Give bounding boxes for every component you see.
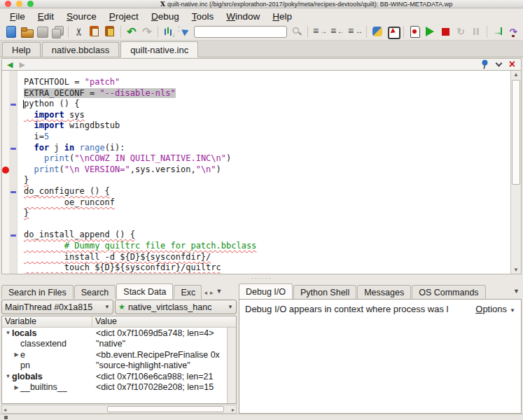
code-line[interactable]: import wingdbstub <box>2 120 510 132</box>
tab-native-bbclass[interactable]: native.bbclass <box>42 42 119 57</box>
close-window-button[interactable] <box>5 1 11 7</box>
pause-icon[interactable] <box>469 24 483 38</box>
column-variable[interactable]: Variable <box>2 316 92 327</box>
code-line[interactable]: oe_runconf <box>2 197 510 209</box>
code-line[interactable]: for j in range(i): <box>2 143 510 154</box>
code-line[interactable] <box>2 219 510 230</box>
minimize-window-button[interactable] <box>16 1 22 7</box>
table-row[interactable]: ▼locals<dict 0x7f1069d5a748; len=4> <box>2 328 227 339</box>
fold-marker-icon[interactable] <box>11 191 16 193</box>
open-file-icon[interactable] <box>20 24 34 38</box>
fold-marker-icon[interactable] <box>11 148 16 150</box>
code-editor[interactable]: PATCHTOOL = "patch"EXTRA_OECONF = "--dis… <box>1 70 522 274</box>
code-line[interactable]: print("\n VERSION=",sys.version,"\n") <box>2 164 510 176</box>
paste-icon[interactable] <box>103 24 117 38</box>
code-line[interactable]: install -d ${D}${sysconfdir}/ <box>2 252 510 263</box>
cut-icon[interactable] <box>72 24 86 38</box>
menu-project[interactable]: Project <box>103 10 145 22</box>
menu-file[interactable]: File <box>4 10 32 22</box>
table-row[interactable]: ▶e<bb.event.RecipePreFinalise 0x <box>2 349 227 360</box>
scroll-up-icon[interactable]: ▲ <box>511 71 521 78</box>
tab-scroll-left-icon[interactable]: ◂ <box>204 289 207 296</box>
scroll-down-icon[interactable]: ▼ <box>511 267 521 273</box>
table-row[interactable]: ▼globals<dict 0x7f106e6ca988; len=21 <box>2 371 227 382</box>
tab-python-shell[interactable]: Python Shell <box>293 285 356 299</box>
editor-vertical-scrollbar[interactable]: ▲ ▼ <box>510 71 521 274</box>
tab-exc[interactable]: Exc <box>174 285 202 299</box>
save-all-icon[interactable] <box>50 24 64 38</box>
menu-source[interactable]: Source <box>60 10 103 22</box>
search-mag-icon[interactable] <box>290 24 304 38</box>
table-horizontal-scrollbar[interactable]: ◂ ▸ <box>1 405 237 414</box>
tab-messages[interactable]: Messages <box>357 285 411 299</box>
variable-table-header[interactable]: Variable Value <box>2 316 236 328</box>
code-line[interactable]: python () { <box>2 99 510 110</box>
tab-stack-data[interactable]: Stack Data <box>116 284 173 299</box>
menu-help[interactable]: Help <box>266 10 298 22</box>
code-line[interactable]: i=5 <box>2 132 510 143</box>
restart-icon[interactable] <box>454 24 468 38</box>
table-row[interactable]: pn"source-highlight-native" <box>2 360 227 372</box>
indent-left-icon[interactable] <box>329 24 345 38</box>
menu-edit[interactable]: Edit <box>32 10 60 22</box>
tab-search-in-files[interactable]: Search in Files <box>1 285 74 299</box>
goto-cursor-icon[interactable] <box>177 24 191 38</box>
close-editor-icon[interactable]: × <box>509 60 515 69</box>
code-line[interactable]: } <box>2 208 510 219</box>
code-line[interactable]: EXTRA_OECONF = "--disable-nls" <box>2 88 510 99</box>
tab-quilt-native-inc[interactable]: quilt-native.inc <box>120 41 198 57</box>
symbol-bars-icon[interactable] <box>162 24 176 38</box>
menu-tools[interactable]: Tools <box>186 10 221 22</box>
step-into-icon[interactable] <box>491 24 505 38</box>
table-row[interactable]: classextend"native" <box>2 339 227 350</box>
breakpoint-file-icon[interactable] <box>407 24 421 38</box>
scrollbar-thumb[interactable] <box>107 406 224 412</box>
undo-icon[interactable] <box>125 24 139 38</box>
code-line[interactable]: do_install_append () { <box>2 230 510 241</box>
expander-icon[interactable]: ▼ <box>4 373 12 379</box>
code-line[interactable]: import sys <box>2 110 510 121</box>
pin-icon[interactable] <box>481 59 489 69</box>
code-line[interactable]: do_configure () { <box>2 186 510 197</box>
redo-icon[interactable] <box>140 24 154 38</box>
chevron-down-icon[interactable] <box>495 59 502 66</box>
save-icon[interactable] <box>35 24 49 38</box>
resize-grip[interactable] <box>4 416 8 419</box>
expander-icon[interactable]: ▶ <box>13 351 20 358</box>
expander-icon[interactable]: ▼ <box>4 330 12 336</box>
options-button[interactable]: Options▼ <box>475 304 515 314</box>
code-line[interactable]: } <box>2 175 510 186</box>
table-vertical-scrollbar[interactable] <box>227 328 236 403</box>
frame-dropdown[interactable]: ★ native_virtclass_hanc▼ <box>115 300 237 314</box>
toolbar-search-input[interactable] <box>194 26 287 38</box>
tab-os-commands[interactable]: OS Commands <box>412 285 485 299</box>
code-line[interactable]: PATCHTOOL = "patch" <box>2 77 510 88</box>
table-row[interactable]: ▶__builtins__<dict 0x7f107028e208; len=1… <box>2 382 227 393</box>
menu-debug[interactable]: Debug <box>145 10 186 22</box>
debug-attach-icon[interactable] <box>386 24 400 38</box>
horizontal-splitter[interactable]: ······ <box>0 274 523 283</box>
code-line[interactable]: print("\nCOWZ IN QUILT_NATIVE.INC\n") <box>2 153 510 164</box>
scroll-left-icon[interactable]: ◂ <box>4 406 6 414</box>
run-debug-icon[interactable] <box>423 24 437 38</box>
stop-debug-icon[interactable] <box>438 24 452 38</box>
menu-window[interactable]: Window <box>220 10 266 22</box>
maximize-window-button[interactable] <box>27 1 34 7</box>
tab-search[interactable]: Search <box>74 285 116 299</box>
breakpoint-icon[interactable] <box>2 167 9 174</box>
code-line[interactable]: # Dummy quiltrc file for patch.bbclass <box>2 241 510 252</box>
fold-marker-icon[interactable] <box>11 234 16 237</box>
scrollbar-thumb[interactable] <box>512 80 520 185</box>
new-file-icon[interactable] <box>4 24 18 38</box>
history-back-icon[interactable]: ◀ <box>7 61 13 69</box>
thread-dropdown[interactable]: MainThread #0x1a815▼ <box>1 300 113 314</box>
indent-toggle-icon[interactable] <box>347 24 363 38</box>
tab-debug-i-o[interactable]: Debug I/O <box>239 284 293 299</box>
scroll-right-icon[interactable]: ▸ <box>232 406 235 414</box>
fold-marker-icon[interactable] <box>11 104 16 106</box>
tab-scroll-right-icon[interactable]: ▸ <box>210 289 214 296</box>
code-line[interactable]: touch ${D}${sysconfdir}/quiltrc <box>2 262 510 274</box>
history-forward-icon[interactable]: ▶ <box>19 61 25 69</box>
panel-menu-icon[interactable]: ▼ <box>216 288 223 295</box>
panel-menu-icon[interactable]: ▼ <box>513 288 519 295</box>
